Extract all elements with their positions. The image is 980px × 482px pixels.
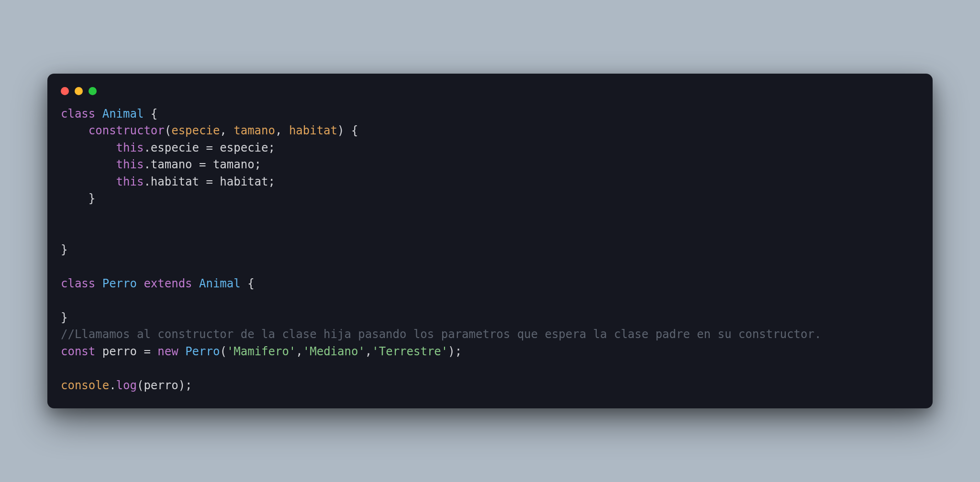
prop-habitat: habitat [151,175,199,188]
prop-especie: especie [151,141,199,154]
param-habitat: habitat [289,124,337,137]
brace-close: } [61,192,95,205]
indent [61,158,116,171]
equals: = [199,175,220,188]
paren: ( [137,379,144,392]
string-mamifero: 'Mamifero' [227,345,296,358]
comma: , [365,345,372,358]
code-window: class Animal { constructor(especie, tama… [47,74,933,409]
var-perro: perro [102,345,137,358]
keyword-this: this [116,158,144,171]
rhs-habitat: habitat [220,175,268,188]
rhs-especie: especie [220,141,268,154]
comment-line: //Llamamos al constructor de la clase hi… [61,328,821,341]
rhs-tamano: tamano [213,158,255,171]
semicolon: ; [268,175,275,188]
string-terrestre: 'Terrestre' [372,345,448,358]
classname-perro: Perro [102,277,137,290]
equals: = [192,158,213,171]
classname-animal: Animal [199,277,241,290]
comma: , [296,345,302,358]
param-especie: especie [171,124,220,137]
brace: { [144,107,157,120]
keyword-this: this [116,175,144,188]
indent [61,175,116,188]
method-constructor: constructor [89,124,165,137]
prop-tamano: tamano [151,158,192,171]
dot: . [144,175,150,188]
brace: { [241,277,255,290]
keyword-extends: extends [144,277,192,290]
dot: . [109,379,116,392]
equals: = [137,345,157,358]
classname-animal: Animal [102,107,144,120]
paren: ( [165,124,171,137]
equals: = [199,141,220,154]
traffic-light-minimize-icon[interactable] [75,87,83,95]
object-console: console [61,379,109,392]
param-tamano: tamano [234,124,275,137]
indent [61,124,89,137]
arg-perro: perro [144,379,178,392]
paren-brace: ) { [337,124,358,137]
semicolon: ; [268,141,275,154]
brace-close: } [61,243,67,256]
paren: ( [220,345,226,358]
comma: , [220,124,234,137]
brace-close: } [61,311,67,324]
dot: . [144,158,150,171]
method-log: log [116,379,137,392]
window-titlebar [47,85,933,106]
traffic-light-close-icon[interactable] [61,87,69,95]
keyword-const: const [61,345,95,358]
keyword-new: new [157,345,178,358]
keyword-class: class [61,107,95,120]
paren-semi: ); [448,345,462,358]
comma: , [275,124,289,137]
paren-semi: ); [178,379,192,392]
traffic-light-zoom-icon[interactable] [89,87,97,95]
indent [61,141,116,154]
semicolon: ; [255,158,261,171]
keyword-this: this [116,141,144,154]
keyword-class: class [61,277,95,290]
dot: . [144,141,150,154]
classname-perro: Perro [185,345,220,358]
code-block: class Animal { constructor(especie, tama… [47,106,933,397]
string-mediano: 'Mediano' [303,345,365,358]
